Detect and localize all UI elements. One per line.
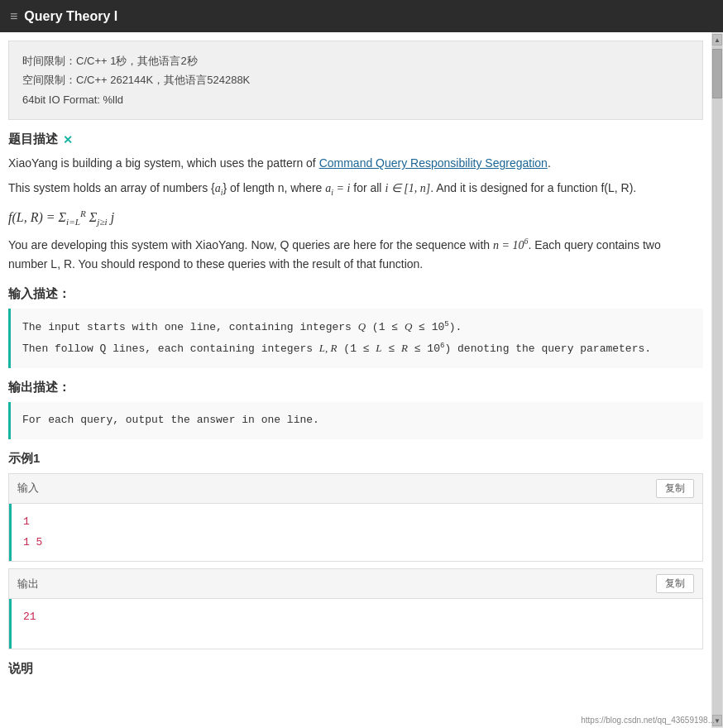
- title-bar: ≡ Query Theory I: [0, 0, 723, 32]
- output-code: 21: [12, 599, 48, 649]
- info-box: 时间限制：C/C++ 1秒，其他语言2秒 空间限制：C/C++ 262144K，…: [8, 41, 703, 120]
- input-label: 输入: [17, 481, 39, 496]
- input-description-block: The input starts with one line, containi…: [8, 309, 703, 368]
- output-example-block: 输出 复制 21: [8, 568, 703, 649]
- problem-description-heading: 题目描述 ✕: [8, 132, 703, 147]
- output-label: 输出: [17, 577, 39, 592]
- input-line-2: Then follow Q lines, each containing int…: [22, 338, 692, 360]
- menu-icon: ≡: [10, 9, 17, 24]
- close-icon[interactable]: ✕: [63, 133, 73, 146]
- input-description-heading: 输入描述：: [8, 286, 703, 302]
- input-line-1: The input starts with one line, containi…: [22, 317, 692, 338]
- input-code: 1 1 5: [12, 504, 54, 561]
- input-example-content: 1 1 5: [9, 504, 702, 561]
- io-format: 64bit IO Format: %lld: [22, 90, 689, 109]
- output-description-heading: 输出描述：: [8, 380, 703, 395]
- example-heading: 示例1: [8, 451, 703, 467]
- description-para-2: This system holds an array of numbers {a…: [8, 179, 703, 199]
- output-example-header: 输出 复制: [9, 569, 702, 599]
- main-content[interactable]: 时间限制：C/C++ 1秒，其他语言2秒 空间限制：C/C++ 262144K，…: [0, 32, 711, 728]
- copy-output-button[interactable]: 复制: [656, 574, 694, 593]
- input-example-block: 输入 复制 1 1 5: [8, 473, 703, 562]
- scrollbar[interactable]: ▲ ▼: [711, 32, 723, 728]
- output-description-block: For each query, output the answer in one…: [8, 402, 703, 439]
- scroll-up-arrow[interactable]: ▲: [712, 34, 722, 46]
- scroll-thumb[interactable]: [712, 49, 722, 98]
- scroll-track[interactable]: [712, 46, 722, 715]
- copy-input-button[interactable]: 复制: [656, 479, 694, 498]
- scroll-down-arrow[interactable]: ▼: [712, 715, 722, 726]
- time-limit: 时间限制：C/C++ 1秒，其他语言2秒: [22, 51, 689, 70]
- input-example-header: 输入 复制: [9, 474, 702, 504]
- explanation-heading: 说明: [8, 661, 703, 677]
- output-example-content: 21: [9, 599, 702, 649]
- description-para-1: XiaoYang is building a big system, which…: [8, 154, 703, 174]
- output-line-1: For each query, output the answer in one…: [22, 410, 692, 431]
- page-title: Query Theory I: [24, 9, 117, 24]
- description-para-3: You are developing this system with Xiao…: [8, 235, 703, 275]
- formula-block: f(L, R) = Σi=LR Σj≥i j: [8, 208, 703, 227]
- space-limit: 空间限制：C/C++ 262144K，其他语言524288K: [22, 70, 689, 89]
